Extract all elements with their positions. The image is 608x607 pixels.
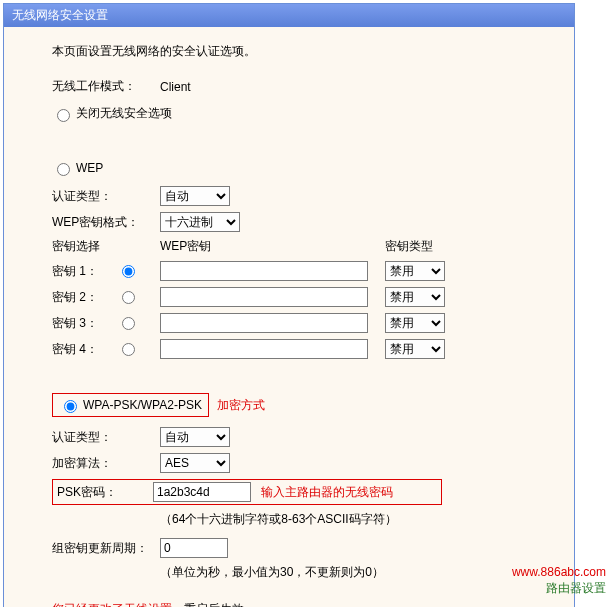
panel-content: 本页面设置无线网络的安全认证选项。 无线工作模式： Client 关闭无线安全选… [4, 27, 574, 607]
watermark-label: 路由器设置 [512, 581, 606, 597]
key-select-header: 密钥选择 [52, 238, 160, 255]
settings-panel: 无线网络安全设置 本页面设置无线网络的安全认证选项。 无线工作模式： Clien… [3, 3, 575, 607]
mode-label: 无线工作模式： [52, 78, 160, 95]
wep-key-row-4: 密钥 4： 禁用 [52, 339, 554, 359]
key-value-header: WEP密钥 [160, 238, 385, 255]
wep-key-table: 密钥选择 WEP密钥 密钥类型 密钥 1： 禁用 密钥 2： 禁用 密钥 3： [52, 238, 554, 359]
wep-auth-row: 认证类型： 自动 [52, 186, 554, 206]
wep-key-row-3: 密钥 3： 禁用 [52, 313, 554, 333]
watermark: www.886abc.com 路由器设置 [512, 565, 606, 596]
wep-key-row-2: 密钥 2： 禁用 [52, 287, 554, 307]
wpa-label: WPA-PSK/WPA2-PSK [83, 398, 202, 412]
intro-text: 本页面设置无线网络的安全认证选项。 [52, 43, 554, 60]
restart-msg-2: 重启后生效。 [184, 602, 256, 607]
wep-auth-select[interactable]: 自动 [160, 186, 230, 206]
psk-input[interactable] [153, 482, 251, 502]
wep-keyfmt-row: WEP密钥格式： 十六进制 [52, 212, 554, 232]
key-type-header: 密钥类型 [385, 238, 433, 255]
wep-option: WEP [52, 160, 554, 176]
key-3-input[interactable] [160, 313, 368, 333]
wep-keyfmt-label: WEP密钥格式： [52, 214, 160, 231]
key-2-input[interactable] [160, 287, 368, 307]
wpa-algo-row: 加密算法： AES [52, 453, 554, 473]
key-1-input[interactable] [160, 261, 368, 281]
psk-annotation: 输入主路由器的无线密码 [261, 484, 393, 501]
restart-msg-1: 您已经更改了无线设置， [52, 602, 184, 607]
groupkey-input[interactable] [160, 538, 228, 558]
security-off-option: 关闭无线安全选项 [52, 105, 554, 122]
security-off-label: 关闭无线安全选项 [76, 105, 172, 122]
psk-label: PSK密码： [57, 484, 153, 501]
key-1-radio[interactable] [122, 265, 135, 278]
key-4-input[interactable] [160, 339, 368, 359]
wep-auth-label: 认证类型： [52, 188, 160, 205]
key-4-type-select[interactable]: 禁用 [385, 339, 445, 359]
mode-row: 无线工作模式： Client [52, 78, 554, 95]
key-3-radio[interactable] [122, 317, 135, 330]
wpa-algo-label: 加密算法： [52, 455, 160, 472]
mode-value: Client [160, 80, 191, 94]
wep-keyfmt-select[interactable]: 十六进制 [160, 212, 240, 232]
key-1-label: 密钥 1： [52, 263, 117, 280]
wpa-auth-label: 认证类型： [52, 429, 160, 446]
groupkey-hint: （单位为秒，最小值为30，不更新则为0） [160, 564, 554, 581]
wpa-option-row: WPA-PSK/WPA2-PSK 加密方式 [52, 393, 554, 417]
groupkey-label: 组密钥更新周期： [52, 540, 160, 557]
wpa-auth-row: 认证类型： 自动 [52, 427, 554, 447]
key-2-radio[interactable] [122, 291, 135, 304]
panel-title: 无线网络安全设置 [4, 4, 574, 27]
wpa-option-box: WPA-PSK/WPA2-PSK [52, 393, 209, 417]
key-3-type-select[interactable]: 禁用 [385, 313, 445, 333]
key-3-label: 密钥 3： [52, 315, 117, 332]
key-2-label: 密钥 2： [52, 289, 117, 306]
wep-key-row-1: 密钥 1： 禁用 [52, 261, 554, 281]
key-1-type-select[interactable]: 禁用 [385, 261, 445, 281]
psk-hint: （64个十六进制字符或8-63个ASCII码字符） [160, 511, 554, 528]
restart-message: 您已经更改了无线设置，重启后生效。 [52, 601, 554, 607]
key-4-radio[interactable] [122, 343, 135, 356]
psk-row: PSK密码： 输入主路由器的无线密码 [52, 479, 442, 505]
key-4-label: 密钥 4： [52, 341, 117, 358]
wep-key-header: 密钥选择 WEP密钥 密钥类型 [52, 238, 554, 255]
wep-label: WEP [76, 161, 103, 175]
wpa-auth-select[interactable]: 自动 [160, 427, 230, 447]
watermark-url: www.886abc.com [512, 565, 606, 581]
wpa-algo-select[interactable]: AES [160, 453, 230, 473]
key-2-type-select[interactable]: 禁用 [385, 287, 445, 307]
security-off-radio[interactable] [57, 109, 70, 122]
wep-radio[interactable] [57, 163, 70, 176]
wpa-annotation: 加密方式 [217, 397, 265, 414]
wpa-radio[interactable] [64, 400, 77, 413]
groupkey-row: 组密钥更新周期： [52, 538, 554, 558]
